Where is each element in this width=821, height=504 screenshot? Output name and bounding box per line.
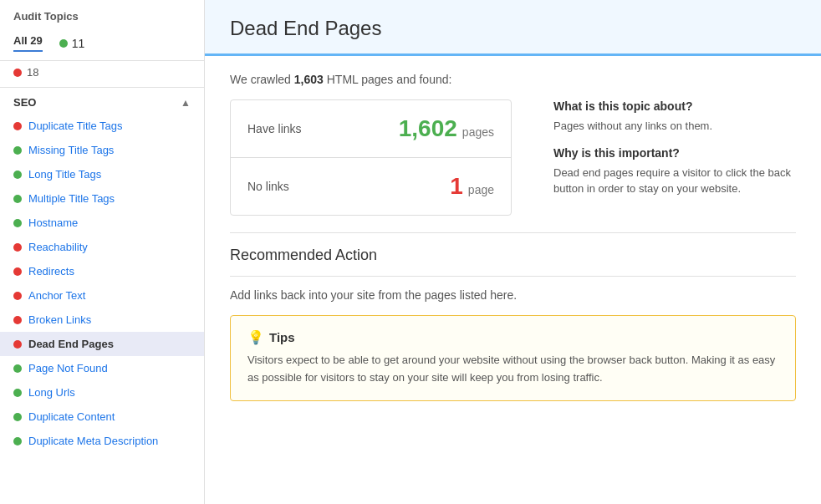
stat-number-1: 1 [450,173,463,200]
broken-links-label: Broken Links [28,313,91,326]
info-answer-2: Dead end pages require a visitor to clic… [553,165,796,197]
tab-all[interactable]: All 29 [13,34,43,52]
bulb-icon: 💡 [247,329,264,345]
crawled-count: 1,603 [294,73,324,86]
tips-label: Tips [269,330,295,344]
stat-unit-pages: pages [462,125,494,139]
sidebar-item-broken-links[interactable]: Broken Links [0,308,204,332]
count-row: 18 [0,61,204,88]
chevron-up-icon: ▲ [181,97,191,109]
page-not-found-label: Page Not Found [28,362,108,374]
sidebar-tabs: All 29 11 [0,29,204,61]
sidebar-item-multiple-title-tags[interactable]: Multiple Title Tags [0,186,204,211]
stat-number-1602: 1,602 [399,115,457,142]
redirects-label: Redirects [28,265,74,277]
red-dot-icon [13,69,22,77]
sidebar-item-long-urls[interactable]: Long Urls [0,380,204,405]
recommended-section: Recommended Action Add links back into y… [230,232,796,302]
red-count-badge: 18 [13,66,191,79]
multiple-title-tags-dot-icon [13,195,22,203]
sidebar-item-anchor-text[interactable]: Anchor Text [0,283,204,308]
duplicate-meta-description-dot-icon [13,437,22,445]
reachability-dot-icon [13,243,22,252]
sidebar-item-page-not-found[interactable]: Page Not Found [0,356,204,380]
sidebar-item-duplicate-meta-description[interactable]: Duplicate Meta Description [0,429,204,453]
dead-end-pages-label: Dead End Pages [28,338,114,350]
multiple-title-tags-label: Multiple Title Tags [28,192,115,205]
redirects-dot-icon [13,267,22,276]
anchor-text-dot-icon [13,292,22,300]
seo-section-label: SEO ▲ [0,88,204,114]
stat-row-no-links: No links 1 page [231,158,511,215]
missing-title-tags-dot-icon [13,146,22,155]
sidebar-item-missing-title-tags[interactable]: Missing Title Tags [0,138,204,162]
info-question-1: What is this topic about? [553,99,796,113]
page-title: Dead End Pages [230,17,796,40]
stat-label-no-links: No links [247,180,289,193]
stat-row-have-links: Have links 1,602 pages [231,100,511,158]
duplicate-meta-description-label: Duplicate Meta Description [28,435,158,447]
hostname-label: Hostname [28,216,78,229]
missing-title-tags-label: Missing Title Tags [28,144,114,156]
green-dot-icon [59,39,68,48]
info-panel: What is this topic about? Pages without … [528,99,796,216]
page-not-found-dot-icon [13,364,22,373]
tips-box: 💡 Tips Visitors expect to be able to get… [230,315,796,401]
sidebar-item-hostname[interactable]: Hostname [0,211,204,235]
audit-topics-label: Audit Topics [0,0,204,29]
sidebar-item-redirects[interactable]: Redirects [0,259,204,283]
long-urls-label: Long Urls [28,386,75,399]
section-divider [230,276,796,277]
tab-green-count[interactable]: 11 [59,37,85,50]
sidebar: Audit Topics All 29 11 18 SEO ▲ Duplicat… [0,0,205,504]
sidebar-item-dead-end-pages[interactable]: Dead End Pages [0,332,204,356]
info-answer-1: Pages without any links on them. [553,118,796,135]
long-urls-dot-icon [13,389,22,397]
sidebar-item-reachability[interactable]: Reachability [0,235,204,259]
tips-text: Visitors expect to be able to get around… [247,352,778,387]
sidebar-item-long-title-tags[interactable]: Long Title Tags [0,162,204,186]
duplicate-title-tags-label: Duplicate Title Tags [28,120,123,132]
page-header: Dead End Pages [205,0,821,56]
dead-end-pages-dot-icon [13,340,22,349]
duplicate-content-dot-icon [13,413,22,421]
crawl-summary: We crawled 1,603 HTML pages and found: [230,73,796,86]
recommended-text: Add links back into your site from the p… [230,288,796,302]
main-content: Dead End Pages We crawled 1,603 HTML pag… [205,0,821,504]
stat-value-no-links: 1 page [450,173,494,200]
sidebar-item-duplicate-content[interactable]: Duplicate Content [0,405,204,429]
recommended-title: Recommended Action [230,247,796,264]
long-title-tags-label: Long Title Tags [28,168,101,181]
content-body: We crawled 1,603 HTML pages and found: H… [205,56,821,418]
info-question-2: Why is this important? [553,146,796,160]
tips-title: 💡 Tips [247,329,778,345]
stats-table: Have links 1,602 pages No links 1 page [230,99,512,216]
stat-unit-page: page [468,183,494,196]
reachability-label: Reachability [28,241,88,253]
long-title-tags-dot-icon [13,171,22,179]
sidebar-item-duplicate-title-tags[interactable]: Duplicate Title Tags [0,114,204,138]
broken-links-dot-icon [13,316,22,324]
anchor-text-label: Anchor Text [28,289,85,302]
stats-info-row: Have links 1,602 pages No links 1 page W… [230,99,796,216]
stat-value-have-links: 1,602 pages [399,115,494,142]
duplicate-title-tags-dot-icon [13,122,22,130]
hostname-dot-icon [13,219,22,227]
duplicate-content-label: Duplicate Content [28,410,115,423]
stat-label-have-links: Have links [247,122,302,135]
nav-items-list: Duplicate Title TagsMissing Title TagsLo… [0,114,204,453]
